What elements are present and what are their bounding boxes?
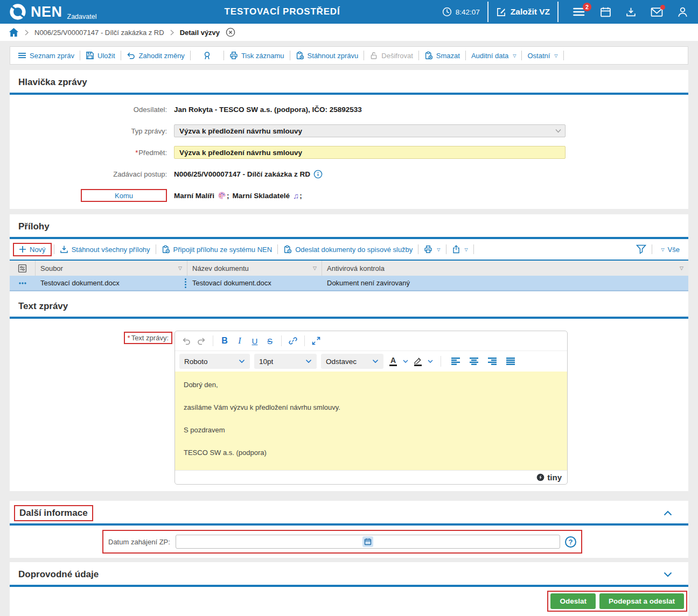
link-button[interactable] <box>286 334 300 348</box>
align-center-button[interactable] <box>467 354 481 368</box>
underline-button[interactable]: U <box>248 334 262 348</box>
strikethrough-button[interactable]: S <box>263 334 277 348</box>
brand-name: NEN <box>31 3 62 21</box>
text-color-button[interactable]: A <box>388 356 399 366</box>
close-tab-icon[interactable] <box>226 27 235 37</box>
info-icon[interactable] <box>313 170 323 179</box>
message-type-label: Typ zprávy: <box>10 127 167 135</box>
fullscreen-button[interactable] <box>309 334 323 348</box>
column-header-soubor[interactable]: Soubor ▽ <box>36 261 187 276</box>
palette-emoji-icon <box>218 191 226 200</box>
filter-all-select[interactable]: ▽ Vše <box>658 246 682 254</box>
new-attachment-button[interactable]: Nový <box>13 243 52 256</box>
sort-icon[interactable]: ▽ <box>313 265 317 271</box>
section-title: Text zprávy <box>18 301 68 312</box>
send-to-filing-service-button[interactable]: Odeslat dokumenty do spisové služby <box>278 245 418 254</box>
expand-icon[interactable] <box>664 572 680 577</box>
redo-button[interactable] <box>194 334 208 348</box>
block-format-select[interactable]: Odstavec <box>321 354 383 369</box>
chevron-down-icon <box>403 360 408 363</box>
chevron-down-icon <box>428 360 433 363</box>
calendar-picker-icon[interactable] <box>362 536 373 547</box>
italic-button[interactable]: I <box>233 334 247 348</box>
certificate-button[interactable] <box>191 51 224 60</box>
attachments-table: Soubor ▽ Název dokumentu ▽ Antivirová ko… <box>10 260 688 291</box>
profile-button[interactable] <box>677 6 688 18</box>
export-attachments-button[interactable]: ▽ <box>446 245 473 254</box>
recipients-label[interactable]: Komu <box>81 189 167 202</box>
editor-toolbar-row1: B I U S <box>175 331 567 351</box>
column-header-nazev[interactable]: Název dokumentu ▽ <box>187 261 322 276</box>
column-settings-button[interactable] <box>10 261 36 276</box>
section-message-header: Hlavička zprávy Odesílatel: Jan Rokyta -… <box>10 70 688 209</box>
attachments-table-header: Soubor ▽ Název dokumentu ▽ Antivirová ko… <box>10 261 688 276</box>
start-date-input[interactable] <box>176 535 560 549</box>
print-attachments-button[interactable]: ▽ <box>418 245 445 254</box>
align-right-button[interactable] <box>485 354 499 368</box>
message-list-button[interactable]: Seznam zpráv <box>12 51 80 60</box>
app-header: NEN Zadavatel TESTOVACÍ PROSTŘEDÍ 8:42:0… <box>0 0 698 24</box>
create-vz-button[interactable]: Založit VZ <box>496 7 550 17</box>
home-icon[interactable] <box>9 27 19 37</box>
caret-down-icon: ▽ <box>661 247 664 252</box>
section-title: Přílohy <box>18 221 50 232</box>
row-actions-button[interactable] <box>10 276 36 290</box>
align-left-button[interactable] <box>449 354 463 368</box>
bold-button[interactable]: B <box>218 334 232 348</box>
font-size-select[interactable]: 10pt <box>254 354 317 369</box>
calendar-button[interactable] <box>600 6 611 18</box>
editor-toolbar-row2: Roboto 10pt Odstavec A <box>175 351 567 372</box>
attachments-toolbar: Nový Stáhnout všechny přílohy Připojit p… <box>10 239 688 260</box>
other-menu[interactable]: Ostatní ▽ <box>522 52 563 60</box>
editor-content[interactable]: Dobrý den, zasíláme Vám výzvu k předlože… <box>175 372 567 470</box>
drag-handle-icon[interactable] <box>185 278 186 288</box>
editor-status-bar: tiny <box>175 470 567 484</box>
subject-input[interactable]: Výzva k předložení návrhu smlouvy <box>174 146 566 159</box>
header-divider <box>557 2 559 22</box>
recipient-group-1: Marní Malíři <box>174 192 214 200</box>
sort-icon[interactable]: ▽ <box>178 265 182 271</box>
message-type-select[interactable]: Výzva k předložení návrhu smlouvy <box>174 124 566 137</box>
nen-logo[interactable]: NEN Zadavatel <box>9 3 96 21</box>
edit-icon <box>496 7 506 17</box>
sort-icon[interactable]: ▽ <box>680 265 683 271</box>
column-header-antivir[interactable]: Antivirová kontrola ▽ <box>322 261 688 276</box>
send-button[interactable]: Odeslat <box>550 593 596 609</box>
breadcrumb-item-procurement[interactable]: N006/25/V00007147 - Dílčí zakázka z RD <box>34 29 164 37</box>
delete-button[interactable]: Smazat <box>419 51 465 60</box>
print-record-button[interactable]: Tisk záznamu <box>224 51 290 60</box>
cell-antivir: Dokument není zavirovaný <box>322 276 688 290</box>
font-family-select[interactable]: Roboto <box>179 354 250 369</box>
sender-value: Jan Rokyta - TESCO SW a.s. (podpora), IČ… <box>174 106 362 114</box>
messages-button[interactable] <box>651 7 663 17</box>
download-message-button[interactable]: Stáhnout zprávu <box>290 51 364 60</box>
environment-title: TESTOVACÍ PROSTŘEDÍ <box>225 6 340 17</box>
download-all-attachments-button[interactable]: Stáhnout všechny přílohy <box>54 245 156 254</box>
caret-down-icon: ▽ <box>554 53 557 58</box>
rich-text-editor[interactable]: B I U S Roboto 10pt <box>174 331 568 485</box>
highlight-color-button[interactable] <box>413 357 423 366</box>
downloads-button[interactable] <box>625 6 637 18</box>
brand-role: Zadavatel <box>67 13 97 20</box>
caret-down-icon: ▽ <box>465 247 468 252</box>
recipient-group-2: Marní Skladatelé <box>233 192 290 200</box>
procedure-value: N006/25/V00007147 - Dílčí zakázka z RD <box>174 170 310 178</box>
attach-from-nen-button[interactable]: Připojit přílohu ze systému NEN <box>156 245 278 254</box>
section-accompanying-data: Doprovodné údaje Odeslat Podepsat a odes… <box>10 562 688 616</box>
sign-and-send-button[interactable]: Podepsat a odeslat <box>599 593 684 609</box>
help-icon[interactable]: ? <box>565 536 576 548</box>
undo-button[interactable] <box>179 334 193 348</box>
discard-changes-button[interactable]: Zahodit změny <box>121 51 190 60</box>
filter-icon[interactable] <box>636 244 646 254</box>
audit-data-menu[interactable]: Auditní data ▽ <box>466 52 522 60</box>
section-more-info: Další informace Datum zahájení ZP: ? <box>10 501 688 558</box>
tiny-brand: tiny <box>547 473 562 482</box>
save-button[interactable]: Uložit <box>80 51 121 60</box>
attachment-row[interactable]: Testovací dokument.docx Testovací dokume… <box>10 276 688 291</box>
align-justify-button[interactable] <box>504 354 518 368</box>
notifications-menu-button[interactable]: 2 <box>573 6 586 17</box>
clock-icon <box>442 7 452 17</box>
subject-label: *Předmět: <box>10 149 167 157</box>
collapse-icon[interactable] <box>664 510 680 516</box>
footer-actions: Odeslat Podepsat a odeslat <box>547 591 687 612</box>
